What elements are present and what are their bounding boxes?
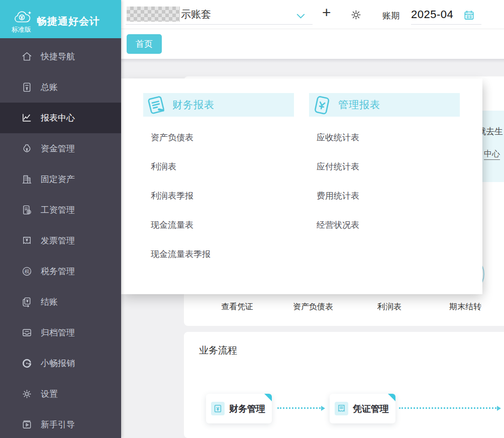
tab-home[interactable]: 首页 xyxy=(127,34,162,54)
workflow-title: 业务流程 xyxy=(199,344,237,357)
sidebar-item-quick-nav[interactable]: 快捷导航 xyxy=(0,41,121,72)
sidebar-item-label: 结账 xyxy=(41,296,58,308)
quick-action-label[interactable]: 查看凭证 xyxy=(199,302,275,312)
settings-gear-icon xyxy=(21,388,33,400)
management-report-icon xyxy=(311,95,332,116)
menu-item[interactable]: 利润表 xyxy=(151,161,176,172)
sidebar-item-label: 总账 xyxy=(41,81,58,93)
welcome-center-link[interactable]: 中心 xyxy=(484,149,500,160)
menu-item[interactable]: 经营状况表 xyxy=(317,219,359,231)
app-logo: 畅捷通好会计 标准版 xyxy=(0,0,121,38)
financial-report-icon xyxy=(145,95,166,116)
sidebar-item-payroll[interactable]: 工资管理 xyxy=(0,195,121,225)
sidebar-item-reimburse[interactable]: 小畅报销 xyxy=(0,348,121,379)
period-input-underline xyxy=(411,24,481,25)
sidebar: 畅捷通好会计 标准版 快捷导航 总账 xyxy=(0,0,121,438)
sidebar-item-label: 固定资产 xyxy=(41,173,75,185)
sidebar-item-label: 归档管理 xyxy=(41,327,75,338)
sidebar-item-tax[interactable]: 税 税务管理 xyxy=(0,256,121,287)
financial-reports-header: 财务报表 xyxy=(143,93,294,117)
quick-action-label[interactable]: 资产负债表 xyxy=(275,302,351,312)
finance-book-icon xyxy=(211,402,225,415)
corner-fold-icon xyxy=(264,394,272,401)
sidebar-item-label: 报表中心 xyxy=(41,112,75,124)
menu-item[interactable]: 现金流量表季报 xyxy=(151,248,211,260)
gear-icon[interactable] xyxy=(350,9,362,21)
sidebar-item-label: 工资管理 xyxy=(41,204,75,216)
sidebar-item-label: 资金管理 xyxy=(41,143,75,154)
workflow-card: 业务流程 财务管理 凭证管理 xyxy=(184,332,504,438)
closing-icon xyxy=(21,296,33,308)
building-icon xyxy=(21,173,33,185)
app-window: 查看凭证 资产负债表 利润表 期末结转 就去生 中心 业务流程 财务管理 xyxy=(0,0,504,438)
menu-item[interactable]: 费用统计表 xyxy=(317,190,359,202)
quick-action-label[interactable]: 利润表 xyxy=(352,302,427,312)
sidebar-item-funds[interactable]: 资金管理 xyxy=(0,133,121,164)
guide-video-icon xyxy=(21,419,33,430)
tab-strip: 首页 xyxy=(121,29,504,59)
sidebar-item-invoices[interactable]: 发票管理 xyxy=(0,225,121,256)
sidebar-item-report-center[interactable]: 报表中心 xyxy=(0,103,121,133)
account-select-underline xyxy=(126,24,313,25)
sidebar-item-label: 发票管理 xyxy=(41,235,75,246)
report-chart-icon xyxy=(21,112,33,124)
sidebar-item-guide[interactable]: 新手引导 xyxy=(0,409,121,438)
sidebar-nav: 快捷导航 总账 报表中心 xyxy=(0,41,121,438)
voucher-icon xyxy=(335,402,348,415)
section-title: 管理报表 xyxy=(338,98,380,112)
sidebar-item-archive[interactable]: 归档管理 xyxy=(0,317,121,348)
sidebar-item-label: 新手引导 xyxy=(41,419,75,430)
home-icon xyxy=(21,51,33,62)
add-account-set-button[interactable]: + xyxy=(322,4,331,21)
brand-edition-badge: 标准版 xyxy=(12,25,31,34)
sidebar-item-label: 小畅报销 xyxy=(41,358,75,369)
cloud-yuan-logo-icon xyxy=(13,10,31,25)
sidebar-item-label: 设置 xyxy=(41,388,58,400)
invoice-icon xyxy=(21,235,33,246)
flow-arrow xyxy=(277,407,324,409)
period-label: 账期 xyxy=(382,10,399,22)
menu-item[interactable]: 利润表季报 xyxy=(151,190,193,202)
sidebar-item-label: 税务管理 xyxy=(41,266,75,277)
ledger-icon xyxy=(21,81,33,93)
workflow-node-label: 凭证管理 xyxy=(353,403,389,415)
chevron-down-icon[interactable] xyxy=(296,13,305,19)
money-bag-icon xyxy=(21,143,33,154)
top-bar: 示账套 + 账期 2025-04 xyxy=(121,0,504,29)
workflow-node-voucher[interactable]: 凭证管理 xyxy=(330,394,395,423)
sidebar-item-closing[interactable]: 结账 xyxy=(0,287,121,317)
account-name-redacted xyxy=(127,7,180,22)
menu-item[interactable]: 应收统计表 xyxy=(317,132,359,143)
report-center-mega-menu: 财务报表 资产负债表 利润表 利润表季报 现金流量表 现金流量表季报 管理报表 … xyxy=(121,78,482,294)
sidebar-item-settings[interactable]: 设置 xyxy=(0,379,121,409)
period-value-input[interactable]: 2025-04 xyxy=(411,8,453,21)
sidebar-item-fixed-assets[interactable]: 固定资产 xyxy=(0,164,121,195)
sidebar-item-general-ledger[interactable]: 总账 xyxy=(0,72,121,103)
account-set-name[interactable]: 示账套 xyxy=(181,8,211,21)
tax-icon: 税 xyxy=(21,266,33,277)
brand-title: 畅捷通好会计 xyxy=(37,15,100,28)
quick-action-label[interactable]: 期末结转 xyxy=(428,302,503,312)
reimburse-icon xyxy=(21,358,33,369)
calendar-icon[interactable] xyxy=(463,10,475,21)
section-title: 财务报表 xyxy=(172,98,215,112)
payroll-icon xyxy=(21,204,33,216)
menu-item[interactable]: 资产负债表 xyxy=(151,132,193,143)
workflow-node-finance[interactable]: 财务管理 xyxy=(206,394,272,423)
workflow-node-label: 财务管理 xyxy=(229,403,265,415)
sidebar-item-label: 快捷导航 xyxy=(41,51,75,62)
flow-arrow xyxy=(399,407,499,409)
svg-text:税: 税 xyxy=(25,269,30,274)
archive-icon xyxy=(21,327,33,338)
management-reports-header: 管理报表 xyxy=(309,93,460,117)
menu-item[interactable]: 现金流量表 xyxy=(151,219,193,231)
corner-fold-icon xyxy=(388,394,395,401)
tabstrip-shadow xyxy=(121,59,504,63)
menu-item[interactable]: 应付统计表 xyxy=(317,161,359,172)
